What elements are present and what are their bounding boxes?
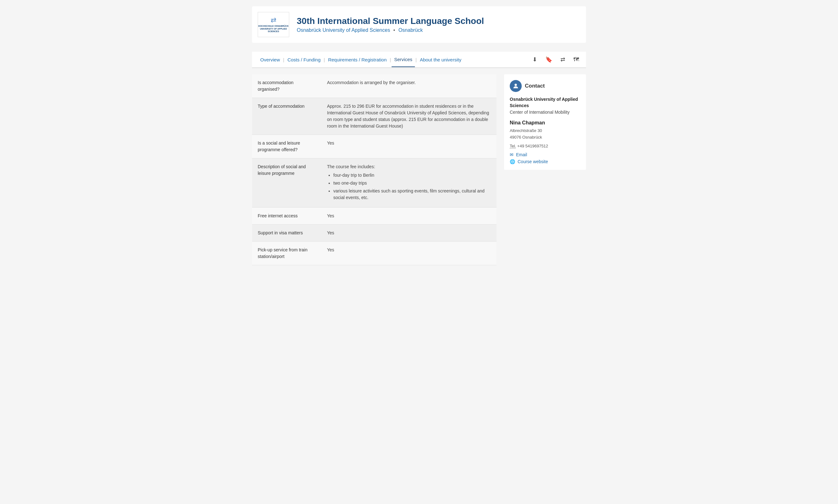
row-label: Free internet access <box>252 208 321 224</box>
contact-address: Albrechtstraße 30 49076 Osnabrück <box>510 128 580 141</box>
dot-separator: • <box>393 28 395 33</box>
university-name[interactable]: Osnabrück University of Applied Sciences <box>297 28 390 33</box>
location-text: Osnabrück <box>398 28 423 33</box>
nav-services[interactable]: Services <box>392 52 415 67</box>
row-value: The course fee includes:four-day trip to… <box>321 159 497 208</box>
navigation-bar: Overview | Costs / Funding | Requirement… <box>252 52 586 68</box>
table-row: Description of social and leisure progra… <box>252 159 497 208</box>
nav-sep-2: | <box>323 53 325 67</box>
university-logo: ⇄ HOCHSCHULE OSNABRÜCK UNIVERSITY OF APP… <box>258 12 289 37</box>
nav-sep-4: | <box>415 53 417 67</box>
nav-links: Overview | Costs / Funding | Requirement… <box>258 52 531 67</box>
nav-about[interactable]: About the university <box>417 53 464 67</box>
row-value: Yes <box>321 135 497 159</box>
download-icon[interactable]: ⬇ <box>531 55 538 64</box>
row-label: Description of social and leisure progra… <box>252 159 321 208</box>
logo-text: HOCHSCHULE OSNABRÜCK UNIVERSITY OF APPLI… <box>258 25 289 33</box>
email-label: Email <box>516 152 527 157</box>
table-row: Pick-up service from train station/airpo… <box>252 241 497 265</box>
row-value: Yes <box>321 241 497 265</box>
tel-number: +49 5419697512 <box>517 144 548 148</box>
nav-sep-1: | <box>283 53 285 67</box>
website-link[interactable]: 🌐 Course website <box>510 159 580 164</box>
header-subtitle: Osnabrück University of Applied Sciences… <box>297 28 484 33</box>
nav-costs-funding[interactable]: Costs / Funding <box>285 53 323 67</box>
table-row: Free internet accessYes <box>252 208 497 224</box>
compare-icon[interactable]: ⇄ <box>559 55 567 64</box>
nav-sep-3: | <box>389 53 392 67</box>
sidebar: Contact Osnabrück University of Applied … <box>504 74 586 265</box>
row-label: Is a social and leisure programme offere… <box>252 135 321 159</box>
nav-divider <box>252 68 586 68</box>
svg-point-0 <box>515 84 517 86</box>
contact-address-line2: 49076 Osnabrück <box>510 135 542 140</box>
email-link[interactable]: ✉ Email <box>510 152 580 157</box>
table-row: Is a social and leisure programme offere… <box>252 135 497 159</box>
row-label: Type of accommodation <box>252 98 321 135</box>
nav-overview[interactable]: Overview <box>258 53 283 67</box>
contact-links: ✉ Email 🌐 Course website <box>510 152 580 164</box>
row-value: Yes <box>321 208 497 224</box>
page-title: 30th International Summer Language Schoo… <box>297 16 484 26</box>
table-row: Is accommodation organised?Accommodation… <box>252 74 497 98</box>
contact-org: Osnabrück University of Applied Sciences <box>510 96 580 109</box>
contact-dept: Center of International Mobility <box>510 109 580 115</box>
logo-icon: ⇄ <box>258 16 289 24</box>
nav-bar-wrapper: Overview | Costs / Funding | Requirement… <box>252 52 586 68</box>
contact-title: Contact <box>525 83 545 89</box>
row-value: Accommodation is arranged by the organis… <box>321 74 497 98</box>
row-label: Is accommodation organised? <box>252 74 321 98</box>
row-value: Approx. 215 to 296 EUR for accommodation… <box>321 98 497 135</box>
contact-header: Contact <box>510 80 580 92</box>
contact-address-line1: Albrechtstraße 30 <box>510 128 542 133</box>
email-icon: ✉ <box>510 152 514 157</box>
header-title-block: 30th International Summer Language Schoo… <box>297 16 484 33</box>
services-table: Is accommodation organised?Accommodation… <box>252 74 497 265</box>
contact-card: Contact Osnabrück University of Applied … <box>504 74 586 170</box>
table-row: Support in visa mattersYes <box>252 224 497 241</box>
website-label: Course website <box>518 159 548 164</box>
globe-icon: 🌐 <box>510 159 515 164</box>
map-icon[interactable]: 🗺 <box>572 55 580 64</box>
row-value: Yes <box>321 224 497 241</box>
nav-action-icons: ⬇ 🔖 ⇄ 🗺 <box>531 52 580 67</box>
tel-label: Tel. <box>510 144 516 148</box>
main-layout: Is accommodation organised?Accommodation… <box>252 74 586 265</box>
contact-tel: Tel. +49 5419697512 <box>510 144 580 148</box>
table-row: Type of accommodationApprox. 215 to 296 … <box>252 98 497 135</box>
content-area: Is accommodation organised?Accommodation… <box>252 74 497 265</box>
page-header: ⇄ HOCHSCHULE OSNABRÜCK UNIVERSITY OF APP… <box>252 6 586 43</box>
row-label: Pick-up service from train station/airpo… <box>252 241 321 265</box>
nav-requirements[interactable]: Requirements / Registration <box>325 53 389 67</box>
bookmark-icon[interactable]: 🔖 <box>544 55 554 64</box>
contact-avatar-icon <box>510 80 522 92</box>
contact-person-name: Nina Chapman <box>510 120 580 126</box>
row-label: Support in visa matters <box>252 224 321 241</box>
